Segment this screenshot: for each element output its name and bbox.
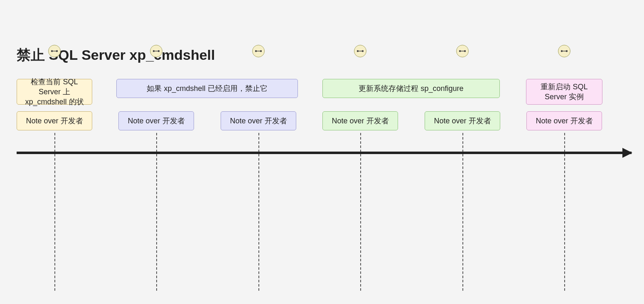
note-label: Note over 开发者: [26, 116, 83, 126]
note-box: Note over 开发者: [17, 111, 92, 130]
section-box: 检查当前 SQL Server 上 xp_cmdshell 的状: [17, 79, 92, 105]
section-label: 更新系统存储过程 sp_configure: [359, 83, 463, 93]
section-box: 重新启动 SQL Server 实例: [526, 79, 602, 105]
timeline-lifeline: [54, 133, 55, 291]
section-label: 重新启动 SQL Server 实例: [531, 82, 598, 102]
section-box: 如果 xp_cmdshell 已经启用，禁止它: [116, 79, 298, 98]
svg-point-10: [357, 50, 359, 52]
timeline-node-icon: [558, 45, 570, 57]
timeline-node-icon: [48, 45, 61, 57]
note-box: Note over 开发者: [322, 111, 398, 130]
svg-point-8: [260, 50, 262, 52]
timeline-node-icon: [252, 45, 265, 57]
svg-point-5: [158, 50, 160, 52]
timeline-node-icon: [456, 45, 469, 57]
note-label: Note over 开发者: [434, 116, 491, 126]
note-box: Note over 开发者: [526, 111, 602, 130]
note-label: Note over 开发者: [230, 116, 287, 126]
section-box: 更新系统存储过程 sp_configure: [322, 79, 500, 98]
note-label: Note over 开发者: [332, 116, 388, 126]
svg-point-13: [459, 50, 461, 52]
section-label: 如果 xp_cmdshell 已经启用，禁止它: [147, 83, 267, 93]
note-label: Note over 开发者: [536, 116, 592, 126]
svg-point-7: [255, 50, 257, 52]
timeline-lifeline: [258, 133, 259, 291]
svg-point-2: [56, 50, 58, 52]
note-box: Note over 开发者: [118, 111, 194, 130]
timeline-node-icon: [150, 45, 162, 57]
svg-point-16: [561, 50, 563, 52]
timeline-axis: [17, 152, 632, 154]
note-box: Note over 开发者: [425, 111, 500, 130]
timeline-lifeline: [462, 133, 463, 291]
svg-point-17: [566, 50, 568, 52]
svg-point-4: [153, 50, 155, 52]
svg-point-11: [362, 50, 364, 52]
timeline-node-icon: [354, 45, 366, 57]
diagram-title: 禁止 SQL Server xp_cmdshell: [17, 46, 215, 65]
svg-point-1: [51, 50, 53, 52]
section-label: 检查当前 SQL Server 上 xp_cmdshell 的状: [21, 77, 88, 107]
note-label: Note over 开发者: [128, 116, 184, 126]
svg-point-14: [464, 50, 466, 52]
timeline-lifeline: [564, 133, 565, 291]
timeline-lifeline: [360, 133, 361, 291]
timeline-lifeline: [156, 133, 157, 291]
note-box: Note over 开发者: [221, 111, 296, 130]
